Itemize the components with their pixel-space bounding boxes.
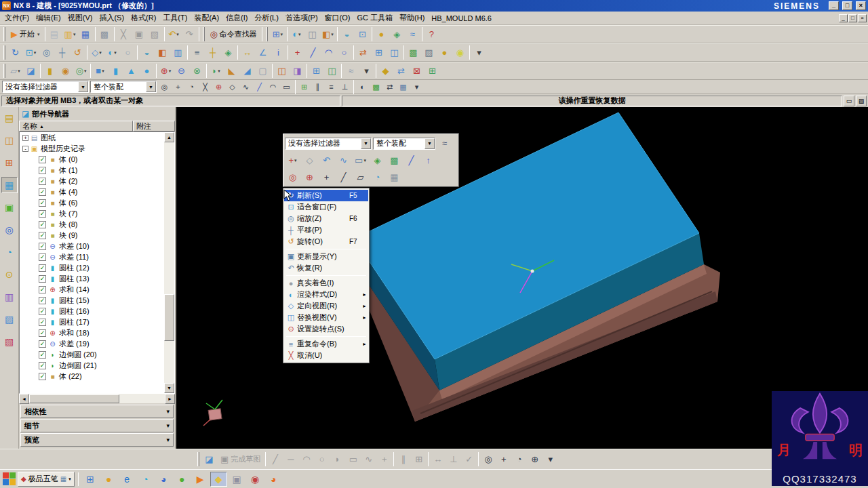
line-small-icon[interactable]: ╱ [403, 152, 419, 168]
new-file-icon[interactable]: ▤ [47, 26, 62, 42]
context-menu-item-zoom[interactable]: ◎缩放(Z)F6 [284, 213, 368, 224]
edge-blend-icon[interactable]: ◗▾ [208, 63, 224, 79]
tree-checkbox[interactable]: ✓ [39, 243, 46, 250]
block-icon[interactable]: ■▾ [92, 63, 108, 79]
selection-scope-dropdown[interactable]: 整个装配 ▼ [90, 81, 157, 93]
tree-checkbox[interactable]: ✓ [39, 253, 46, 261]
selection-filter-dropdown[interactable]: 没有选择过滤器 ▼ [2, 81, 89, 93]
taskbar-photos-icon[interactable]: ▣ [229, 472, 245, 487]
mirror-feature-icon[interactable]: ◫ [324, 63, 340, 79]
taskbar-messenger-icon[interactable]: ◔ [137, 472, 154, 487]
context-menu-item-true-shading[interactable]: ●真实着色(I) [284, 277, 368, 289]
chevron-down-icon[interactable]: ▼ [361, 138, 371, 149]
sphere-icon[interactable]: ● [139, 63, 155, 79]
child-minimize-button[interactable]: _ [839, 14, 848, 22]
float-scope-dropdown[interactable]: 整个装配 ▼ [373, 138, 435, 150]
tree-checkbox[interactable]: ✓ [39, 286, 46, 293]
snap-midpoint-icon[interactable]: ◔ [185, 81, 198, 93]
fit-window-icon[interactable]: ⊡▾ [23, 45, 39, 60]
paste-icon[interactable]: ▧ [147, 26, 163, 42]
scrollbar-thumb[interactable] [164, 294, 174, 341]
full-screen-icon[interactable]: ⊡ [355, 26, 370, 42]
grid-cube-icon[interactable]: ▦ [387, 169, 402, 185]
menu-item-7[interactable]: 信息(I) [222, 12, 251, 24]
assembly-navigator-icon[interactable]: ◫ [1, 132, 18, 148]
graphics-window[interactable]: 没有选择过滤器 ▼ 整个装配 ▼ ≈ +▾◇↶∿▭▾◈▩╱↑ ◎⊕+╱▱◔▦ ↻… [176, 107, 868, 449]
roles-icon[interactable]: ▧ [1, 333, 18, 350]
thread-icon[interactable]: ≈ [343, 63, 359, 79]
context-menu-item-pan[interactable]: ┼平移(P) [284, 224, 368, 236]
taskbar-ie-icon[interactable]: e [119, 472, 136, 487]
context-menu-item-fit-window[interactable]: ⊡适合窗口(F) [284, 201, 368, 213]
scroll-down-icon[interactable]: ▼ [164, 383, 174, 393]
snap-center-icon[interactable]: ⊕ [212, 81, 225, 93]
status-dock-icon[interactable]: ▭ [844, 96, 854, 106]
intersect-icon[interactable]: ⊗ [189, 63, 205, 79]
app-icon[interactable]: NX [2, 1, 11, 10]
tree-row[interactable]: ✓⊕求和 (14) [20, 284, 164, 295]
filter-edge-icon[interactable]: ⇄ [383, 81, 396, 93]
wave-link-icon[interactable]: ≈ [405, 26, 420, 42]
tree-checkbox[interactable]: ✓ [39, 178, 46, 185]
pencil-icon[interactable]: ▱ [353, 169, 368, 185]
tree-checkbox[interactable]: ✓ [39, 167, 46, 174]
selection-rect-icon[interactable]: ⊞ [298, 81, 311, 93]
save-icon[interactable]: ▦ [78, 26, 94, 42]
more-filter-icon[interactable]: ▾ [410, 81, 423, 93]
tree-row[interactable]: ✓■块 (7) [20, 208, 164, 219]
measure-angle-icon[interactable]: ∠ [255, 45, 271, 60]
scene-settings-icon[interactable]: ▩ [406, 45, 421, 60]
tree-checkbox[interactable]: ✓ [39, 351, 46, 359]
tree-row[interactable]: ✓▮圆柱 (12) [20, 262, 164, 273]
float-filter-dropdown[interactable]: 没有选择过滤器 ▼ [285, 138, 372, 150]
sketch-task-icon[interactable]: ◪ [201, 451, 217, 467]
tree-row[interactable]: ✓■块 (8) [20, 219, 164, 230]
snap-intersection-icon[interactable]: ╳ [199, 81, 212, 93]
tree-row[interactable]: ✓■体 (0) [20, 154, 164, 165]
edit-section-icon[interactable]: ◧ [155, 45, 170, 60]
background-icon[interactable]: ▨ [421, 45, 437, 60]
datum-display-icon[interactable]: ◈ [220, 45, 236, 60]
menu-item-12[interactable]: 帮助(H) [396, 12, 428, 24]
collapse-icon[interactable]: - [22, 146, 28, 152]
layer-settings-icon[interactable]: ≡ [189, 45, 205, 60]
section-bar-1[interactable]: 细节▾ [20, 419, 174, 432]
menu-item-0[interactable]: 文件(F) [1, 12, 33, 24]
snap-center2-icon[interactable]: ⊕ [527, 451, 542, 467]
snap-settings-icon[interactable]: ≈ [437, 136, 452, 151]
close-button[interactable]: × [856, 1, 866, 10]
scroll-right-icon[interactable]: ► [165, 394, 175, 404]
menu-item-8[interactable]: 分析(L) [251, 12, 281, 24]
orient-icon[interactable]: ◧▾ [320, 26, 336, 42]
tree-row[interactable]: -▣模型历史记录 [20, 143, 164, 154]
layout-icon[interactable]: ◫ [304, 26, 320, 42]
tree-checkbox[interactable]: ✓ [39, 340, 46, 348]
spotlight-icon[interactable]: ◉ [452, 45, 468, 60]
pan-view-icon[interactable]: ┼ [54, 45, 70, 60]
taskbar-360-icon[interactable]: ● [174, 472, 191, 487]
constraint-navigator-icon[interactable]: ⊞ [1, 155, 18, 171]
sketch-icon[interactable]: ◪ [23, 63, 39, 79]
menu-item-5[interactable]: 工具(T) [159, 12, 191, 24]
tree-row[interactable]: ✓◗边倒圆 (20) [20, 349, 164, 360]
ime-chevron-icon[interactable]: ▾ [68, 476, 71, 482]
quadrant-snap-icon[interactable]: ◔ [370, 169, 385, 185]
tree-row[interactable]: ✓⊖求差 (11) [20, 251, 164, 262]
column-name[interactable]: 名称 ▲ [19, 121, 133, 131]
restore-button[interactable]: □ [842, 1, 852, 10]
start-button[interactable] [2, 472, 16, 486]
tree-row[interactable]: ✓■体 (1) [20, 165, 164, 176]
split-body-icon[interactable]: ◨ [290, 63, 305, 79]
arc-tool-icon[interactable]: ◠ [321, 45, 336, 60]
taskbar-firefox-icon[interactable]: ◕ [265, 472, 282, 487]
revolve-icon[interactable]: ◉ [58, 63, 73, 79]
context-menu-item-render-style[interactable]: ◐渲染样式(D)► [284, 289, 368, 300]
expand-icon[interactable]: + [22, 135, 28, 141]
child-close-button[interactable]: × [858, 14, 867, 22]
section-bar-2[interactable]: 预览▾ [20, 433, 174, 447]
column-note[interactable]: 附注 [133, 121, 175, 131]
plus-snap-icon[interactable]: + [319, 169, 334, 185]
intersection-snap-icon[interactable]: ⊕ [302, 169, 317, 185]
circle-icon[interactable]: ○ [314, 451, 330, 467]
tree-row[interactable]: ✓⊖求差 (19) [20, 338, 164, 349]
